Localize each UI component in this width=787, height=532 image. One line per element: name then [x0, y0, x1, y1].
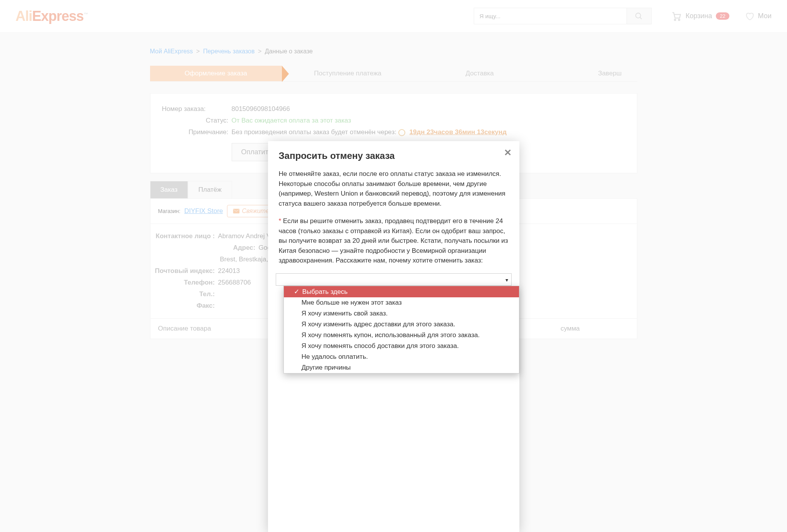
reason-dropdown: Выбрать здесь Мне больше не нужен этот з…: [283, 286, 519, 355]
search-button[interactable]: [627, 8, 651, 24]
cart-label: Корзина: [686, 12, 712, 20]
wishlist-link[interactable]: Мои: [745, 12, 772, 21]
reason-option-4[interactable]: Я хочу поменять купон, использованный дл…: [284, 330, 519, 341]
cart-link[interactable]: Корзина 22: [671, 11, 729, 22]
wishlist-label: Мои: [758, 12, 772, 20]
contact-zip-value: 224013: [218, 267, 240, 275]
svg-point-2: [674, 19, 676, 20]
top-header: AliExpress™ Корзина 22 Мои: [0, 0, 787, 32]
contact-phone-label: Телефон:: [150, 279, 218, 286]
order-status-label: Статус:: [162, 117, 232, 124]
modal-paragraph-1: Не отменяйте заказ, если после его оплат…: [279, 169, 509, 208]
reason-option-5[interactable]: Я хочу поменять способ доставки для этог…: [284, 341, 519, 351]
search-icon: [635, 12, 643, 20]
order-number-value: 8015096098104966: [232, 105, 290, 113]
contact-address-label: Адрес:: [150, 244, 259, 252]
col-sum: сумма: [511, 325, 629, 332]
close-icon[interactable]: ✕: [504, 147, 512, 158]
reason-option-1[interactable]: Мне больше не нужен этот заказ: [284, 297, 519, 308]
breadcrumb-current: Данные о заказе: [265, 48, 313, 55]
progress-step-2: Поступление платежа: [282, 66, 414, 82]
svg-point-3: [678, 19, 680, 20]
contact-person-label: Контактное лицо :: [150, 232, 218, 240]
order-countdown: 19дн 23часов 36мин 13секунд: [409, 128, 507, 136]
store-label: Магазин:: [158, 208, 181, 214]
contact-tel-label: Тел.:: [150, 290, 218, 298]
logo-tm: ™: [84, 12, 88, 17]
breadcrumb-orders[interactable]: Перечень заказов: [203, 48, 254, 55]
reason-option-2[interactable]: Я хочу изменить свой заказ.: [284, 308, 519, 319]
modal-paragraph-2: * Если вы решите отменить заказ, продаве…: [279, 216, 509, 266]
breadcrumb-my[interactable]: Мой AliExpress: [150, 48, 193, 55]
reason-option-3[interactable]: Я хочу изменить адрес доставки для этого…: [284, 319, 519, 330]
order-note-label: Примечание:: [162, 128, 232, 136]
modal-title: Запросить отмену заказа: [279, 150, 509, 161]
progress-steps: Оформление заказа Поступление платежа До…: [150, 66, 637, 82]
logo-ali: Ali: [15, 8, 32, 24]
tab-order[interactable]: Заказ: [150, 181, 188, 198]
logo-express: Express: [32, 8, 84, 24]
breadcrumb: Мой AliExpress > Перечень заказов > Данн…: [150, 48, 637, 55]
svg-rect-4: [233, 209, 239, 213]
order-note-value: Без произведения оплаты заказ будет отме…: [232, 128, 507, 136]
envelope-icon: [233, 208, 240, 214]
heart-icon: [745, 12, 754, 21]
progress-step-4: Заверш: [546, 66, 637, 82]
svg-line-1: [640, 17, 642, 19]
reason-select-wrap: ▾ Выбрать здесь Мне больше не нужен этот…: [276, 273, 512, 286]
contact-phone-value: 256688706: [218, 279, 251, 286]
logo[interactable]: AliExpress™: [15, 8, 88, 24]
cart-count-badge: 22: [716, 12, 729, 20]
progress-step-3: Доставка: [414, 66, 546, 82]
store-name-link[interactable]: DIYFIX Store: [184, 207, 223, 215]
search-input[interactable]: [474, 8, 627, 24]
reason-select[interactable]: ▾: [276, 273, 512, 286]
cancel-order-modal: ✕ Запросить отмену заказа Не отменяйте з…: [268, 141, 519, 355]
contact-fax-label: Факс:: [150, 302, 218, 310]
reason-option-0[interactable]: Выбрать здесь: [284, 286, 519, 297]
cart-icon: [671, 11, 682, 22]
svg-point-0: [636, 13, 641, 18]
contact-zip-label: Почтовый индекс:: [150, 267, 218, 275]
tab-payment[interactable]: Платёж: [188, 181, 232, 198]
clock-icon: [398, 129, 405, 136]
reason-option-6[interactable]: Не удалось оплатить.: [284, 351, 519, 355]
order-status-value: От Вас ожидается оплата за этот заказ: [232, 117, 351, 124]
chevron-down-icon: ▾: [505, 277, 508, 283]
order-number-label: Номер заказа:: [162, 105, 232, 113]
search-bar: [474, 8, 652, 24]
progress-step-1: Оформление заказа: [150, 66, 282, 82]
